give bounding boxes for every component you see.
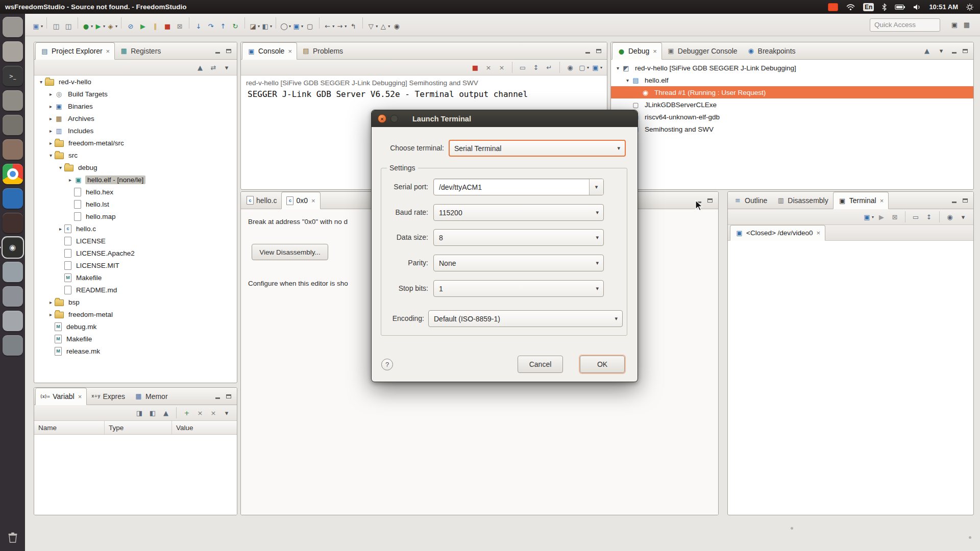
close-tab-icon[interactable]: × bbox=[288, 47, 292, 55]
tab-outline[interactable]: ≡Outline bbox=[729, 192, 772, 209]
dark-app-launcher-icon[interactable] bbox=[3, 213, 23, 233]
parity-combo[interactable]: None▾ bbox=[433, 255, 604, 271]
tree-item[interactable]: ▢riscv64-unknown-elf-gdb bbox=[611, 111, 973, 123]
step-return-button[interactable]: ↑ bbox=[217, 20, 229, 32]
app-2-launcher-icon[interactable] bbox=[3, 286, 23, 307]
tree-item[interactable]: ▸chello.c bbox=[34, 222, 237, 235]
column-header-type[interactable]: Type bbox=[105, 421, 172, 434]
tree-item[interactable]: ▸freedom-metal/src bbox=[34, 137, 237, 149]
column-header-name[interactable]: Name bbox=[34, 421, 105, 434]
maximize-panel-button[interactable] bbox=[961, 46, 970, 56]
display-selected-console-button[interactable]: ▢▾ bbox=[578, 61, 589, 73]
volume-icon[interactable] bbox=[913, 4, 921, 11]
software-center-launcher-icon[interactable] bbox=[3, 139, 23, 160]
maximize-panel-button[interactable] bbox=[594, 46, 603, 56]
tree-item[interactable]: ▢Semihosting and SWV bbox=[611, 123, 973, 135]
expand-arrow-icon[interactable]: ▸ bbox=[47, 116, 55, 121]
word-wrap-button[interactable]: ↵ bbox=[544, 61, 555, 73]
tab-debugger-console[interactable]: ▣Debugger Console bbox=[662, 42, 742, 59]
last-edit-location-button[interactable]: ↰ bbox=[348, 20, 359, 32]
tab-breakpoints[interactable]: ◉Breakpoints bbox=[742, 42, 800, 59]
terminal-view-menu-button[interactable]: ▾ bbox=[958, 211, 969, 223]
tree-item[interactable]: LICENSE bbox=[34, 235, 237, 247]
tab-0x0[interactable]: c0x0× bbox=[281, 192, 320, 209]
tab-memor[interactable]: ▦Memor bbox=[130, 388, 173, 405]
data-size-combo[interactable]: 8▾ bbox=[433, 229, 604, 246]
view-disassembly-button[interactable]: View Disassembly... bbox=[252, 244, 328, 260]
expand-arrow-icon[interactable]: ▸ bbox=[47, 140, 55, 146]
tree-item[interactable]: ▸freedom-metal bbox=[34, 308, 237, 320]
terminate-button[interactable]: ■ bbox=[162, 20, 173, 32]
tree-item[interactable]: hello.hex bbox=[34, 186, 237, 198]
collapse-all-button[interactable]: ▲ bbox=[921, 45, 933, 57]
quick-access-input[interactable]: Quick Access bbox=[870, 18, 940, 32]
scroll-lock-button[interactable]: ↕ bbox=[923, 211, 935, 223]
next-annotation-button[interactable]: ▽▾ bbox=[366, 20, 378, 32]
chrome-launcher-icon[interactable] bbox=[3, 164, 23, 184]
collapse-all-button[interactable]: ▲ bbox=[160, 407, 172, 419]
tree-item[interactable]: hello.map bbox=[34, 210, 237, 222]
network-icon[interactable] bbox=[846, 3, 855, 11]
terminate-button[interactable]: ■ bbox=[470, 61, 481, 73]
tab-variabl[interactable]: (x)=Variabl× bbox=[35, 388, 87, 405]
collapse-arrow-icon[interactable]: ▾ bbox=[614, 65, 622, 71]
clear-terminal-button[interactable]: ▭ bbox=[910, 211, 921, 223]
expand-arrow-icon[interactable]: ▸ bbox=[47, 128, 55, 134]
collapse-all-button[interactable]: ▲ bbox=[194, 61, 206, 73]
new-file-button[interactable]: ◧▾ bbox=[261, 20, 272, 32]
external-tools-button[interactable]: ◈▾ bbox=[106, 20, 117, 32]
prev-annotation-button[interactable]: △▾ bbox=[379, 20, 390, 32]
run-button[interactable]: ▶▾ bbox=[94, 20, 105, 32]
disconnect-button[interactable]: ⊠ bbox=[889, 211, 900, 223]
remove-button[interactable]: × bbox=[194, 407, 206, 419]
close-tab-icon[interactable]: × bbox=[78, 393, 82, 400]
tree-item[interactable]: ▾◩red-v-hello [SiFive GDB SEGGER J-Link … bbox=[611, 62, 973, 74]
dropdown-arrow-icon[interactable]: ▾ bbox=[596, 285, 599, 292]
show-logical-structure-button[interactable]: ◧ bbox=[147, 407, 158, 419]
app-3-launcher-icon[interactable] bbox=[3, 311, 23, 331]
open-perspective-button[interactable]: ▣ bbox=[949, 19, 960, 31]
freedomstudio-launcher-icon[interactable]: ◉ bbox=[3, 237, 23, 258]
dropdown-arrow-icon[interactable]: ▾ bbox=[617, 145, 620, 152]
tab-project-explorer[interactable]: ▤Project Explorer× bbox=[35, 42, 115, 60]
clock[interactable]: 10:51 AM bbox=[929, 3, 958, 11]
dropdown-arrow-icon[interactable]: ▾ bbox=[615, 315, 618, 322]
tab-console[interactable]: ▣Console× bbox=[242, 42, 297, 60]
close-tab-icon[interactable]: × bbox=[817, 229, 821, 237]
app-1-launcher-icon[interactable] bbox=[3, 262, 23, 282]
build-button[interactable]: ◪▾ bbox=[249, 20, 260, 32]
tree-item[interactable]: ▾src bbox=[34, 149, 237, 161]
debug-button[interactable]: ●▾ bbox=[82, 20, 93, 32]
expand-arrow-icon[interactable]: ▸ bbox=[47, 104, 55, 109]
close-tab-icon[interactable]: × bbox=[106, 47, 110, 55]
step-over-button[interactable]: ↷ bbox=[205, 20, 216, 32]
calculator-launcher-icon[interactable] bbox=[3, 115, 23, 135]
tab-debug[interactable]: ●Debug× bbox=[612, 42, 662, 60]
tree-item[interactable]: MMakefile bbox=[34, 271, 237, 284]
battery-icon[interactable] bbox=[895, 4, 905, 11]
dialog-minimize-button[interactable] bbox=[390, 115, 398, 122]
tree-item[interactable]: ▸▣hello.elf - [none/le] bbox=[34, 173, 237, 186]
tree-item[interactable]: ▢JLinkGDBServerCLExe bbox=[611, 98, 973, 111]
disconnect-button[interactable]: ⊠ bbox=[174, 20, 185, 32]
expand-arrow-icon[interactable]: ▸ bbox=[57, 226, 64, 232]
save-button[interactable]: ◫ bbox=[51, 20, 62, 32]
tree-item[interactable]: Mrelease.mk bbox=[34, 345, 237, 357]
pin-console-button[interactable]: ◉ bbox=[565, 61, 576, 73]
choose-terminal-combo[interactable]: Serial Terminal ▾ bbox=[449, 140, 626, 157]
open-console-button[interactable]: ▣▾ bbox=[292, 20, 303, 32]
tab-problems[interactable]: ▤Problems bbox=[297, 42, 348, 59]
perspectives-button[interactable]: ▦ bbox=[961, 19, 972, 31]
tab-terminal[interactable]: ▣Terminal× bbox=[833, 192, 889, 209]
collapse-arrow-icon[interactable]: ▾ bbox=[624, 78, 631, 83]
cancel-button[interactable]: Cancel bbox=[518, 356, 563, 373]
dash-launcher-icon[interactable] bbox=[3, 17, 23, 37]
scroll-lock-button[interactable]: ↕ bbox=[530, 61, 542, 73]
skip-breakpoints-button[interactable]: ⊘ bbox=[125, 20, 136, 32]
encoding-combo[interactable]: Default (ISO-8859-1) ▾ bbox=[428, 310, 623, 327]
clear-console-button[interactable]: ▭ bbox=[517, 61, 528, 73]
expand-arrow-icon[interactable]: ▸ bbox=[47, 299, 55, 305]
column-header-value[interactable]: Value bbox=[172, 421, 237, 434]
bluetooth-icon[interactable] bbox=[881, 3, 887, 11]
remove-all-terminated-button[interactable]: × bbox=[496, 61, 507, 73]
